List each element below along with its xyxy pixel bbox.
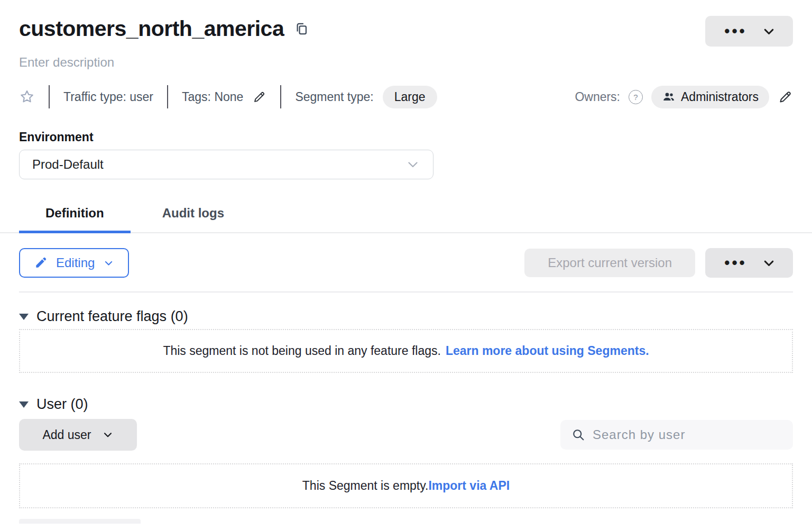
feature-flags-empty-text: This segment is not being used in any fe…: [163, 344, 440, 358]
owners-label: Owners:: [575, 90, 620, 104]
chevron-down-icon: [102, 429, 114, 441]
feature-flags-empty-state: This segment is not being used in any fe…: [19, 329, 793, 373]
segment-detail-page: customers_north_america ••• Enter descri…: [0, 0, 812, 524]
add-user-button[interactable]: Add user: [19, 419, 137, 451]
chevron-down-icon: [405, 157, 420, 172]
owners-group: Owners: ? Administrators: [575, 86, 793, 108]
owners-chip[interactable]: Administrators: [651, 86, 769, 108]
traffic-type-label: Traffic type: user: [50, 90, 167, 104]
cutoff-element: [19, 519, 141, 524]
ellipsis-icon: •••: [722, 255, 746, 271]
export-current-version-button[interactable]: Export current version: [524, 249, 695, 277]
feature-flags-section-title: Current feature flags (0): [36, 308, 188, 325]
collapse-triangle-icon: [19, 314, 29, 320]
environment-label: Environment: [19, 130, 793, 144]
tags-label: Tags: None: [182, 90, 243, 104]
copy-icon[interactable]: [294, 22, 309, 36]
search-by-user-input[interactable]: [593, 427, 788, 442]
segment-type-label: Segment type:: [295, 90, 373, 104]
segment-type-badge: Large: [383, 86, 437, 108]
user-section-header[interactable]: User (0): [19, 396, 88, 413]
add-user-label: Add user: [42, 428, 91, 442]
user-empty-state: This Segment is empty. Import via API: [19, 463, 793, 508]
search-by-user-box: [560, 420, 793, 450]
tab-bar: Definition Audit logs: [0, 202, 812, 233]
owners-help-icon[interactable]: ?: [629, 90, 643, 104]
environment-selected-value: Prod-Default: [32, 157, 104, 172]
editing-mode-button[interactable]: Editing: [19, 248, 129, 278]
definition-toolbar: Editing Export current version •••: [19, 248, 793, 278]
user-section-title: User (0): [36, 396, 88, 413]
meta-row: Traffic type: user Tags: None Segment ty…: [19, 85, 793, 109]
description-field[interactable]: Enter description: [19, 55, 114, 70]
header: customers_north_america •••: [19, 0, 793, 47]
edit-owners-pencil-icon[interactable]: [778, 89, 793, 105]
editing-label: Editing: [56, 255, 95, 270]
import-via-api-link[interactable]: Import via API: [428, 479, 510, 493]
group-people-icon: [662, 90, 676, 104]
environment-select[interactable]: Prod-Default: [19, 150, 433, 179]
learn-more-link[interactable]: Learn more about using Segments.: [446, 344, 649, 358]
pencil-icon: [34, 256, 48, 270]
chevron-down-icon: [762, 24, 776, 39]
page-title: customers_north_america: [19, 16, 284, 42]
owners-value: Administrators: [681, 90, 759, 104]
chevron-down-icon: [762, 256, 776, 270]
collapse-triangle-icon: [19, 401, 29, 408]
tab-audit-logs[interactable]: Audit logs: [136, 202, 251, 233]
chevron-down-icon: [103, 258, 114, 269]
feature-flags-section-header[interactable]: Current feature flags (0): [19, 308, 188, 325]
toolbar-more-button[interactable]: •••: [705, 248, 793, 278]
toolbar-divider: [19, 291, 793, 293]
user-empty-text: This Segment is empty.: [302, 479, 429, 493]
search-icon: [571, 427, 586, 442]
tab-definition[interactable]: Definition: [19, 202, 131, 233]
user-controls-row: Add user: [19, 419, 793, 451]
edit-tags-pencil-icon[interactable]: [252, 90, 266, 104]
title-wrap: customers_north_america: [19, 16, 309, 42]
favorite-star-icon[interactable]: [19, 89, 49, 105]
header-more-button[interactable]: •••: [705, 16, 793, 47]
ellipsis-icon: •••: [722, 24, 746, 39]
